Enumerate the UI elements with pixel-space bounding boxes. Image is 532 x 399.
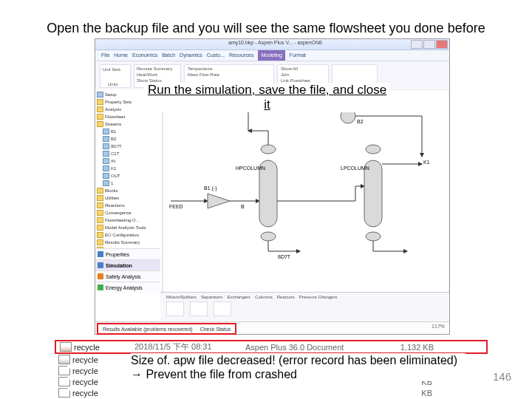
tree-node[interactable]: IN: [111, 159, 115, 163]
close-icon[interactable]: [436, 40, 448, 49]
folder-icon: [97, 188, 103, 194]
label-feed: FEED: [169, 204, 183, 209]
file-name: recycle: [74, 343, 134, 352]
ribbon-label: Remote Summary: [137, 66, 172, 71]
tab-file[interactable]: File: [101, 50, 109, 61]
palette-item-ssplit[interactable]: [214, 301, 231, 316]
folder-icon: [97, 195, 103, 201]
palette-tab[interactable]: Pressure Changers: [299, 295, 338, 299]
status-message: Results Available (problems recovered): [103, 327, 193, 332]
folder-icon: [97, 225, 103, 231]
tree-node[interactable]: Utilities: [105, 196, 119, 200]
folder-icon: [97, 210, 103, 216]
nav-energy[interactable]: Energy Analysis: [106, 285, 143, 290]
file-row[interactable]: recycle KB: [55, 387, 488, 398]
label-b01: 8D7T: [278, 254, 291, 259]
folder-icon: [97, 232, 103, 238]
tab-custom[interactable]: Custo...: [207, 50, 225, 61]
tab-economics[interactable]: Economics: [132, 50, 157, 61]
folder-icon: [97, 121, 103, 127]
file-icon: [58, 377, 70, 386]
gear-icon: [97, 92, 103, 98]
palette-tab[interactable]: Exchangers: [227, 295, 250, 299]
tree-node[interactable]: C1T: [111, 151, 119, 156]
zoom-level[interactable]: 117%: [432, 324, 445, 329]
tab-format[interactable]: Format: [290, 50, 306, 61]
tree-node[interactable]: B2: [111, 137, 116, 141]
file-note: Size of. apw file decreased! (error reco…: [131, 353, 466, 381]
tab-resources[interactable]: Resources: [229, 50, 253, 61]
label-lpcolumn: LPCOLUMN: [341, 166, 369, 171]
palette-item-fsplit[interactable]: [190, 301, 208, 316]
folder-icon: [97, 202, 103, 208]
palette-tab[interactable]: Columns: [255, 295, 273, 299]
file-icon: [58, 366, 70, 375]
file-type: Aspen Plus 36.0 Document: [245, 343, 389, 352]
file-name: recycle: [72, 378, 133, 386]
maximize-icon[interactable]: [423, 40, 435, 49]
label-k1: K1: [423, 160, 430, 165]
left-lower-nav: Properties Simulation Safety Analysis En…: [95, 248, 160, 293]
label-b2: B2: [357, 119, 364, 124]
folder-icon: [97, 106, 103, 112]
palette-item-mixer[interactable]: [166, 301, 184, 316]
tree-node[interactable]: Setup: [105, 92, 117, 97]
folder-icon: [97, 99, 103, 105]
label-hpcolumn: HPCOLUMN: [236, 166, 265, 171]
folder-icon: [97, 114, 103, 120]
nav-properties[interactable]: Properties: [106, 252, 129, 257]
tree-node[interactable]: B1: [111, 129, 116, 134]
file-icon: [58, 388, 70, 398]
stream-icon: [103, 180, 109, 186]
tree-node[interactable]: 1: [111, 181, 113, 185]
ribbon-group-units[interactable]: Unit Sets Units: [100, 64, 131, 88]
label-b1: B1 (-): [204, 185, 217, 191]
tree-node[interactable]: EO Configuration: [105, 233, 139, 237]
tree-node[interactable]: Analysis: [105, 107, 121, 112]
flask-icon: [98, 251, 103, 257]
tree-node[interactable]: K1: [111, 166, 116, 171]
window-titlebar: amy10.bkp - Aspen Plus V... - aspenONE: [95, 39, 449, 50]
tree-node[interactable]: Model Analysis Tools: [105, 225, 146, 230]
stream-icon: [103, 136, 109, 142]
tree-node[interactable]: 8D7T: [111, 144, 122, 149]
tree-node[interactable]: Blocks: [105, 188, 118, 193]
svg-point-5: [366, 145, 381, 154]
ribbon-label: Units: [108, 82, 118, 86]
stream-icon: [103, 166, 109, 171]
file-name: recycle: [72, 355, 133, 364]
palette-tab[interactable]: Reactors: [277, 295, 295, 299]
tree-node[interactable]: Results Summary: [105, 240, 140, 245]
tab-home[interactable]: Home: [114, 50, 128, 61]
tree-node-streams[interactable]: Streams: [105, 122, 121, 126]
file-row[interactable]: recycle 2018/11/5 下午 08:31 Aspen Plus 36…: [56, 341, 486, 352]
warning-icon: [98, 273, 103, 279]
energy-icon: [98, 284, 103, 290]
file-size: KB: [388, 389, 432, 398]
window-title: amy10.bkp - Aspen Plus V... - aspenONE: [228, 40, 323, 45]
nav-safety[interactable]: Safety Analysis: [106, 274, 140, 279]
ribbon-label: Temperature: [188, 66, 213, 71]
bkp-file-icon: [58, 355, 70, 364]
svg-point-3: [261, 232, 276, 241]
nav-simulation[interactable]: Simulation: [106, 263, 132, 268]
note-line2: → Prevent the file from crashed: [131, 367, 466, 381]
flowsheet-canvas[interactable]: RECYCLE B2 FEED B1 (-) B: [163, 89, 449, 321]
slide-title: Open the backup file and you will see th…: [41, 21, 491, 36]
tree-node[interactable]: Flowsheeting O...: [105, 218, 140, 222]
tab-batch[interactable]: Batch: [162, 50, 175, 61]
tree-node[interactable]: Property Sets: [105, 100, 132, 104]
tab-dynamics[interactable]: Dynamics: [180, 50, 202, 61]
callout-instruction: Run the simulation, save the file, and c…: [144, 83, 390, 112]
check-status-button[interactable]: Check Status: [200, 327, 231, 332]
tree-node[interactable]: Flowsheet: [105, 115, 125, 119]
tree-node[interactable]: Convergence: [105, 211, 132, 215]
apw-file-icon: [60, 342, 72, 352]
minimize-icon[interactable]: [411, 40, 423, 49]
tree-node[interactable]: OUT: [111, 174, 120, 178]
tree-node[interactable]: Reactions: [105, 203, 125, 208]
palette-tab[interactable]: Mixers/Splitters: [166, 295, 197, 299]
palette-tab[interactable]: Separators: [201, 295, 222, 299]
label-b: B: [241, 204, 245, 209]
tab-modeling[interactable]: Modeling: [258, 50, 284, 61]
